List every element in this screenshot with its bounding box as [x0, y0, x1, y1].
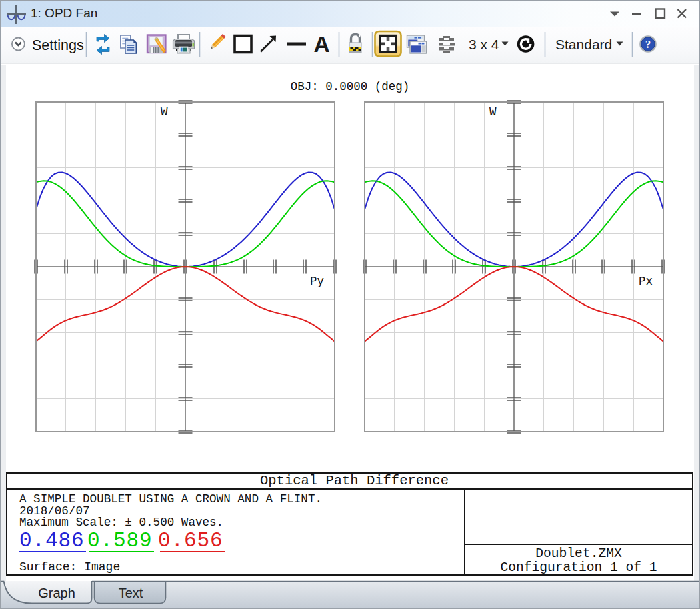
svg-text:W: W — [161, 105, 168, 119]
svg-text:Px: Px — [639, 275, 653, 288]
svg-text:Py: Py — [310, 275, 324, 288]
svg-text:Text: Text — [119, 586, 143, 600]
svg-text:W: W — [489, 105, 497, 119]
svg-text:Graph: Graph — [38, 586, 75, 600]
